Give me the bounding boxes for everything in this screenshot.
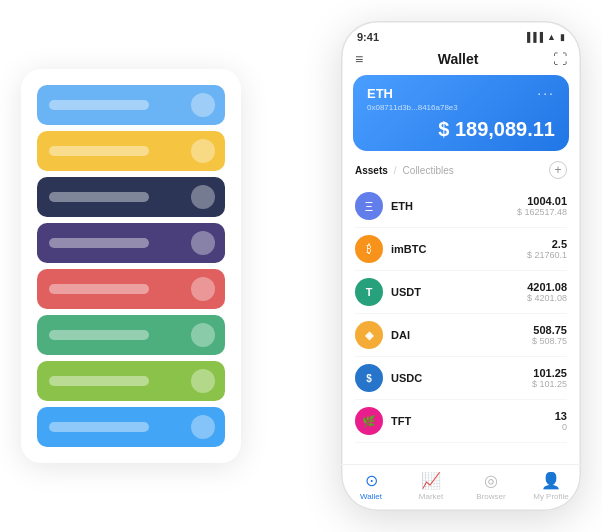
imbtc-icon: ₿ (355, 235, 383, 263)
card-label-4 (49, 238, 149, 248)
eth-amount: 1004.01 (517, 195, 567, 207)
dai-amounts: 508.75 $ 508.75 (532, 324, 567, 346)
eth-icon: Ξ (355, 192, 383, 220)
card-icon-7 (191, 369, 215, 393)
tft-icon: 🌿 (355, 407, 383, 435)
imbtc-amount: 2.5 (527, 238, 567, 250)
nav-browser[interactable]: ◎ Browser (461, 471, 521, 501)
eth-usd: $ 162517.48 (517, 207, 567, 217)
usdt-amounts: 4201.08 $ 4201.08 (527, 281, 567, 303)
market-nav-icon: 📈 (421, 471, 441, 490)
stack-card-1 (37, 85, 225, 125)
profile-nav-label: My Profile (533, 492, 569, 501)
stack-card-6 (37, 315, 225, 355)
phone-header: ≡ Wallet ⛶ (341, 47, 581, 75)
status-bar: 9:41 ▐▐▐ ▲ ▮ (341, 21, 581, 47)
signal-icon: ▐▐▐ (524, 32, 543, 42)
tft-usd: 0 (555, 422, 567, 432)
usdc-amounts: 101.25 $ 101.25 (532, 367, 567, 389)
nav-wallet[interactable]: ⊙ Wallet (341, 471, 401, 501)
tft-amounts: 13 0 (555, 410, 567, 432)
battery-icon: ▮ (560, 32, 565, 42)
card-icon-2 (191, 139, 215, 163)
card-label-7 (49, 376, 149, 386)
card-label-1 (49, 100, 149, 110)
nav-market[interactable]: 📈 Market (401, 471, 461, 501)
scene: 9:41 ▐▐▐ ▲ ▮ ≡ Wallet ⛶ ETH ··· 0x08711d… (21, 16, 581, 516)
usdt-name: USDT (391, 286, 527, 298)
usdc-usd: $ 101.25 (532, 379, 567, 389)
eth-amounts: 1004.01 $ 162517.48 (517, 195, 567, 217)
page-title: Wallet (438, 51, 479, 67)
card-icon-4 (191, 231, 215, 255)
card-label-6 (49, 330, 149, 340)
eth-card-name: ETH (367, 86, 393, 101)
imbtc-usd: $ 21760.1 (527, 250, 567, 260)
hamburger-icon[interactable]: ≡ (355, 51, 363, 67)
dai-name: DAI (391, 329, 532, 341)
card-label-8 (49, 422, 149, 432)
usdc-name: USDC (391, 372, 532, 384)
usdt-icon: T (355, 278, 383, 306)
dai-icon: ◈ (355, 321, 383, 349)
eth-card-header: ETH ··· (367, 85, 555, 101)
card-label-2 (49, 146, 149, 156)
market-nav-label: Market (419, 492, 443, 501)
stack-card-8 (37, 407, 225, 447)
tab-assets[interactable]: Assets (355, 165, 388, 176)
wallet-nav-label: Wallet (360, 492, 382, 501)
card-icon-1 (191, 93, 215, 117)
browser-nav-label: Browser (476, 492, 505, 501)
card-icon-6 (191, 323, 215, 347)
asset-list: Ξ ETH 1004.01 $ 162517.48 ₿ imBTC 2.5 $ … (341, 185, 581, 464)
usdc-amount: 101.25 (532, 367, 567, 379)
dai-amount: 508.75 (532, 324, 567, 336)
card-icon-8 (191, 415, 215, 439)
nav-profile[interactable]: 👤 My Profile (521, 471, 581, 501)
tft-name: TFT (391, 415, 555, 427)
stack-card-4 (37, 223, 225, 263)
usdc-icon: $ (355, 364, 383, 392)
stack-card-5 (37, 269, 225, 309)
status-icons: ▐▐▐ ▲ ▮ (524, 32, 565, 42)
asset-row-eth[interactable]: Ξ ETH 1004.01 $ 162517.48 (355, 185, 567, 228)
wallet-nav-icon: ⊙ (365, 471, 378, 490)
stack-card-2 (37, 131, 225, 171)
add-asset-button[interactable]: + (549, 161, 567, 179)
wifi-icon: ▲ (547, 32, 556, 42)
tft-amount: 13 (555, 410, 567, 422)
phone-frame: 9:41 ▐▐▐ ▲ ▮ ≡ Wallet ⛶ ETH ··· 0x08711d… (341, 21, 581, 511)
imbtc-amounts: 2.5 $ 21760.1 (527, 238, 567, 260)
card-label-3 (49, 192, 149, 202)
eth-name: ETH (391, 200, 517, 212)
bottom-nav: ⊙ Wallet 📈 Market ◎ Browser 👤 My Profile (341, 464, 581, 511)
dai-usd: $ 508.75 (532, 336, 567, 346)
usdt-amount: 4201.08 (527, 281, 567, 293)
eth-card[interactable]: ETH ··· 0x08711d3b...8416a78e3 $ 189,089… (353, 75, 569, 151)
asset-row-imbtc[interactable]: ₿ imBTC 2.5 $ 21760.1 (355, 228, 567, 271)
card-stack (21, 69, 241, 463)
tab-collectibles[interactable]: Collectibles (403, 165, 454, 176)
imbtc-name: imBTC (391, 243, 527, 255)
eth-card-address: 0x08711d3b...8416a78e3 (367, 103, 555, 112)
tab-divider: / (394, 165, 397, 176)
assets-header: Assets / Collectibles + (341, 151, 581, 185)
stack-card-7 (37, 361, 225, 401)
phone-time: 9:41 (357, 31, 379, 43)
card-label-5 (49, 284, 149, 294)
expand-icon[interactable]: ⛶ (553, 51, 567, 67)
card-icon-3 (191, 185, 215, 209)
asset-row-dai[interactable]: ◈ DAI 508.75 $ 508.75 (355, 314, 567, 357)
asset-row-usdt[interactable]: T USDT 4201.08 $ 4201.08 (355, 271, 567, 314)
asset-row-tft[interactable]: 🌿 TFT 13 0 (355, 400, 567, 443)
browser-nav-icon: ◎ (484, 471, 498, 490)
assets-tabs: Assets / Collectibles (355, 165, 454, 176)
card-icon-5 (191, 277, 215, 301)
asset-row-usdc[interactable]: $ USDC 101.25 $ 101.25 (355, 357, 567, 400)
stack-card-3 (37, 177, 225, 217)
usdt-usd: $ 4201.08 (527, 293, 567, 303)
eth-card-balance: $ 189,089.11 (367, 118, 555, 141)
profile-nav-icon: 👤 (541, 471, 561, 490)
eth-card-more-icon[interactable]: ··· (537, 85, 555, 101)
